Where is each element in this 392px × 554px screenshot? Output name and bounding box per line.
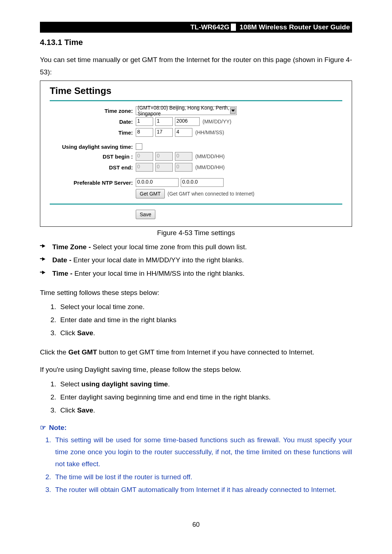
model-label: TL-WR642G xyxy=(190,23,229,31)
list-item: Click Save. xyxy=(58,327,352,340)
section-heading: 4.13.1 Time xyxy=(40,38,352,47)
list-item: The router will obtain GMT automatically… xyxy=(53,484,352,496)
list-item: Select your local time zone. xyxy=(58,300,352,313)
label-date: Date: xyxy=(48,119,136,125)
pointing-hand-icon: ☞ xyxy=(40,424,46,431)
label-time: Time: xyxy=(48,130,136,136)
list-item: Select using daylight saving time. xyxy=(58,378,352,391)
date-yy-input[interactable]: 2006 xyxy=(175,117,200,126)
time-settings-screenshot: Time Settings Time zone: (GMT+08:00) Bei… xyxy=(40,81,352,227)
dste-dd-input[interactable]: 0 xyxy=(155,163,173,172)
gmt-para: Click the Get GMT button to get GMT time… xyxy=(40,346,352,358)
note-heading: ☞Note: xyxy=(40,423,352,432)
steps-list: Select your local time zone. Enter date … xyxy=(40,300,352,340)
list-item: Enter daylight saving beginning time and… xyxy=(58,391,352,404)
dstb-hh-input[interactable]: 0 xyxy=(175,152,192,161)
date-mm-input[interactable]: 1 xyxy=(136,117,153,126)
timezone-value: (GMT+08:00) Beijing, Hong Kong, Perth, S… xyxy=(138,105,230,116)
doc-header: TL-WR642G 108M Wireless Router User Guid… xyxy=(40,22,352,33)
time-hh-input[interactable]: 8 xyxy=(136,128,153,137)
label-timezone: Time zone: xyxy=(48,108,136,114)
date-dd-input[interactable]: 1 xyxy=(155,117,173,126)
list-item: This setting will be used for some time-… xyxy=(53,434,352,470)
list-item: Date - Enter your local date in MM/DD/YY… xyxy=(40,254,352,267)
intro-text: You can set time manually or get GMT fro… xyxy=(40,54,352,78)
get-gmt-button[interactable]: Get GMT xyxy=(136,189,165,198)
dste-hint: (MM/DD/HH) xyxy=(195,164,225,170)
dst-intro: If you're using Daylight saving time, pl… xyxy=(40,364,352,376)
label-ntp: Preferable NTP Server: xyxy=(48,180,136,186)
dstb-mm-input[interactable]: 0 xyxy=(136,152,153,161)
list-item: The time will be lost if the router is t… xyxy=(53,471,352,483)
list-item: Time - Enter your local time in HH/MM/SS… xyxy=(40,267,352,280)
time-mm-input[interactable]: 17 xyxy=(155,128,173,137)
notes-list: This setting will be used for some time-… xyxy=(40,434,352,496)
ntp2-input[interactable]: 0.0.0.0 xyxy=(181,178,224,187)
figure-caption: Figure 4-53 Time settings xyxy=(40,229,352,237)
list-item: Time Zone - Select your local time zone … xyxy=(40,241,352,254)
dste-hh-input[interactable]: 0 xyxy=(175,163,192,172)
dste-mm-input[interactable]: 0 xyxy=(136,163,153,172)
time-hint: (HH/MM/SS) xyxy=(195,130,224,135)
save-button[interactable]: Save xyxy=(136,210,155,219)
dst-steps-list: Select using daylight saving time. Enter… xyxy=(40,378,352,417)
dstb-dd-input[interactable]: 0 xyxy=(155,152,173,161)
list-item: Click Save. xyxy=(58,404,352,417)
page-number: 60 xyxy=(40,521,352,529)
feature-list: Time Zone - Select your local time zone … xyxy=(40,241,352,280)
label-dst-end: DST end: xyxy=(48,164,136,171)
date-hint: (MM/DD/YY) xyxy=(203,119,231,124)
list-item: Enter date and time in the right blanks xyxy=(58,313,352,327)
time-ss-input[interactable]: 4 xyxy=(175,128,192,137)
chevron-down-icon xyxy=(230,107,236,114)
label-use-dst: Using daylight saving time: xyxy=(48,144,136,150)
ntp1-input[interactable]: 0.0.0.0 xyxy=(136,178,179,187)
use-dst-checkbox[interactable] xyxy=(136,143,142,150)
label-dst-begin: DST begin : xyxy=(48,153,136,160)
divider xyxy=(50,100,342,101)
divider xyxy=(50,204,342,205)
get-gmt-hint: (Get GMT when connected to Internet) xyxy=(168,191,254,197)
dstb-hint: (MM/DD/HH) xyxy=(195,153,225,159)
guide-title: 108M Wireless Router User Guide xyxy=(240,23,350,31)
timezone-select[interactable]: (GMT+08:00) Beijing, Hong Kong, Perth, S… xyxy=(136,106,237,115)
panel-title: Time Settings xyxy=(50,85,344,97)
steps-intro: Time setting follows these steps below: xyxy=(40,287,352,299)
